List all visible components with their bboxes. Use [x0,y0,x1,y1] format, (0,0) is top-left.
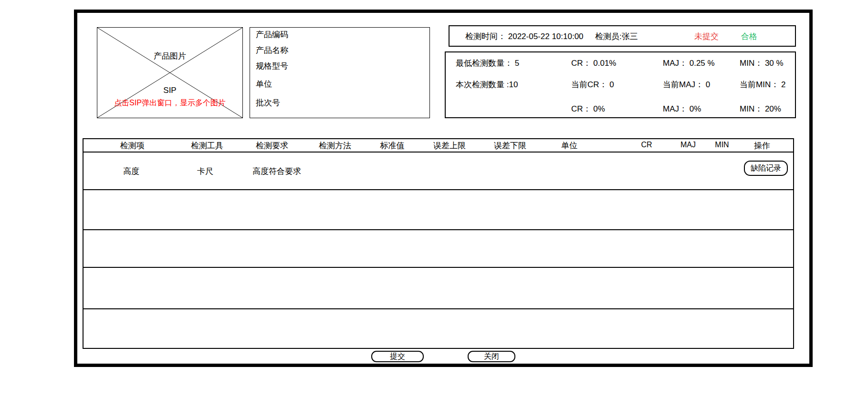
col-header-standard: 标准值 [380,141,405,151]
product-image-placeholder[interactable]: 产品图片 SIP 点击SIP弹出窗口，显示多个图片 [97,27,243,118]
stat-current-cr: 当前CR： 0 [571,80,614,90]
stat-min-rate: MIN： 20% [740,104,781,114]
table-row-empty [84,190,793,230]
field-batch-number: 批次号 [256,98,280,108]
table-row-empty [84,230,793,268]
col-header-tool: 检测工具 [191,141,223,151]
field-product-code: 产品编码 [256,30,288,40]
inspection-time: 检测时间： 2022-05-22 10:10:00 [465,31,584,41]
stat-cr-rate: CR： 0% [571,104,605,114]
status-badge-unsubmitted: 未提交 [694,31,719,41]
col-header-requirement: 检测要求 [256,141,288,151]
stat-min-qty: 最低检测数量： 5 [456,59,519,68]
col-header-method: 检测方法 [319,141,351,151]
defect-record-button[interactable]: 缺陷记录 [744,161,788,176]
submit-button[interactable]: 提交 [371,351,424,362]
inspection-window: 产品图片 SIP 点击SIP弹出窗口，显示多个图片 产品编码 产品名称 规格型号… [0,0,868,397]
stat-cr-limit: CR： 0.01% [571,59,616,68]
inspection-stats-panel: 最低检测数量： 5 CR： 0.01% MAJ： 0.25 % MIN： 30 … [445,51,796,118]
col-header-upper-limit: 误差上限 [433,141,466,151]
col-header-maj: MAJ [680,140,696,150]
col-header-lower-limit: 误差下限 [494,141,526,151]
table-row-empty [84,268,793,309]
inspection-header-bar: 检测时间： 2022-05-22 10:10:00 检测员:张三 未提交 合格 [449,25,796,47]
stat-maj-rate: MAJ： 0% [663,104,701,114]
sip-note: 点击SIP弹出窗口，显示多个图片 [97,98,242,108]
cell-item: 高度 [123,165,139,176]
product-info-panel: 产品编码 产品名称 规格型号 单位 批次号 [250,27,430,118]
table-row: 高度 卡尺 高度符合要求 缺陷记录 [84,153,793,190]
inspector-name: 检测员:张三 [595,31,638,41]
field-product-name: 产品名称 [256,46,288,55]
close-button[interactable]: 关闭 [468,351,515,362]
inspection-items-table: 检测项 检测工具 检测要求 检测方法 标准值 误差上限 误差下限 单位 CR M… [83,138,794,349]
col-header-min: MIN [715,140,729,150]
stat-min-limit: MIN： 30 % [740,59,784,68]
col-header-item: 检测项 [120,141,145,151]
field-spec-model: 规格型号 [256,61,288,71]
col-header-action: 操作 [754,141,770,151]
stat-current-min: 当前MIN： 2 [740,80,785,90]
stat-current-maj: 当前MAJ： 0 [663,80,710,90]
status-badge-qualified: 合格 [741,31,757,41]
col-header-cr: CR [641,140,652,150]
cell-requirement: 高度符合要求 [252,165,301,176]
cell-tool: 卡尺 [197,165,213,176]
stat-current-qty: 本次检测数量 :10 [456,80,518,90]
stat-maj-limit: MAJ： 0.25 % [663,59,715,68]
sip-link[interactable]: SIP [97,86,242,95]
table-row-empty [84,309,793,348]
product-image-label: 产品图片 [97,51,242,61]
field-unit: 单位 [256,80,272,89]
table-header-row: 检测项 检测工具 检测要求 检测方法 标准值 误差上限 误差下限 单位 CR M… [84,139,793,153]
col-header-unit: 单位 [561,141,577,151]
